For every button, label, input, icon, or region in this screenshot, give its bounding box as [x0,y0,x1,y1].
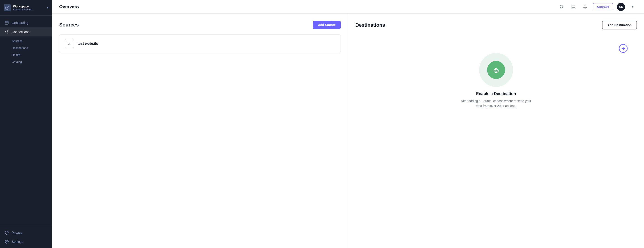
svg-rect-0 [5,21,8,25]
svg-point-3 [8,33,8,34]
upgrade-button[interactable]: Upgrade [593,3,613,10]
sidebar-item-onboarding[interactable]: Onboarding [0,18,52,27]
workspace-chevron-icon: ▾ [47,6,48,9]
sidebar-item-label-privacy: Privacy [12,231,22,234]
topbar: Overview Upgrade SE ▾ [52,0,644,14]
workspace-header[interactable]: Workspace Klaviyo-Sarah.eb... ▾ [0,0,52,16]
destination-circle-illustration: $ [479,53,513,87]
connections-icon [4,30,9,34]
sidebar: Workspace Klaviyo-Sarah.eb... ▾ Onboardi… [0,0,52,248]
sidebar-item-sources[interactable]: Sources [0,37,52,44]
svg-point-4 [6,241,8,242]
destinations-title: Destinations [356,22,385,28]
sidebar-sub-nav: Sources Destinations Health Catalog [0,36,52,67]
page-title: Overview [59,4,554,9]
sidebar-item-destinations[interactable]: Destinations [0,44,52,51]
sidebar-item-catalog[interactable]: Catalog [0,58,52,65]
destination-circle-inner: $ [487,61,505,79]
dest-enable-desc: After adding a Source, choose where to s… [460,98,532,109]
sidebar-sub-label-destinations: Destinations [12,46,28,50]
workspace-subtitle: Klaviyo-Sarah.eb... [13,8,45,11]
sidebar-item-label-onboarding: Onboarding [12,21,28,25]
sidebar-nav: Onboarding Connections Sources Destinati… [0,16,52,226]
destinations-panel: Destinations Add Destination [348,14,644,248]
search-icon [560,5,564,9]
sources-title: Sources [59,22,79,28]
sidebar-bottom: Privacy Settings [0,226,52,248]
destinations-empty-text: Enable a Destination After adding a Sour… [460,91,532,109]
workspace-name: Workspace [13,5,45,8]
notifications-button[interactable] [581,3,589,11]
sources-panel-header: Sources Add Source [59,21,341,29]
sidebar-sub-label-sources: Sources [12,39,22,43]
sidebar-sub-label-catalog: Catalog [12,60,22,64]
destinations-empty-state: $ Enable a Destination After adding a So… [356,35,637,241]
content-area: Sources Add Source JS test website Desti… [52,14,644,248]
source-card-test-website[interactable]: JS test website [59,34,341,53]
privacy-shield-icon [4,230,9,235]
sources-panel: Sources Add Source JS test website [52,14,348,248]
bell-icon [583,5,587,9]
onboarding-icon [4,21,9,25]
search-button[interactable] [558,3,566,11]
destination-arrow-icon [619,44,628,53]
source-name: test website [78,42,98,46]
js-icon: JS [68,43,71,45]
sidebar-item-health[interactable]: Health [0,51,52,58]
dest-enable-title: Enable a Destination [460,91,532,96]
sidebar-item-label-settings: Settings [12,240,23,243]
sidebar-item-label-connections: Connections [12,30,29,34]
svg-point-1 [5,32,6,32]
main-area: Overview Upgrade SE ▾ [52,0,644,248]
sidebar-item-privacy[interactable]: Privacy [0,228,52,237]
chat-button[interactable] [569,3,578,11]
workspace-text: Workspace Klaviyo-Sarah.eb... [13,5,45,11]
settings-gear-icon [4,239,9,244]
source-icon-box: JS [65,39,74,48]
svg-point-5 [560,5,563,8]
avatar[interactable]: SE [617,3,625,11]
sidebar-sub-label-health: Health [12,53,20,57]
chat-icon [571,5,575,9]
sidebar-item-settings[interactable]: Settings [0,237,52,246]
add-source-button[interactable]: Add Source [313,21,341,29]
avatar-chevron-icon[interactable]: ▾ [629,3,637,11]
svg-point-2 [8,30,8,31]
topbar-icons: Upgrade SE ▾ [558,3,637,11]
sidebar-item-connections[interactable]: Connections [0,27,52,36]
add-destination-button[interactable]: Add Destination [602,21,637,29]
workspace-icon [4,4,11,11]
destinations-panel-header: Destinations Add Destination [356,21,637,29]
svg-text:$: $ [495,67,498,73]
segment-logo-icon: $ [490,64,502,76]
